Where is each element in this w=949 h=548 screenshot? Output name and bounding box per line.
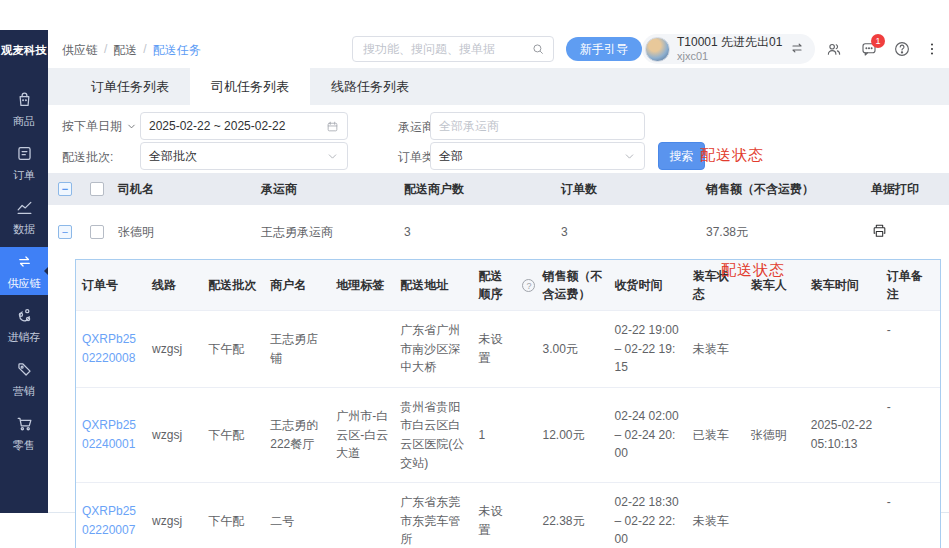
order-row: QXRPb2502220008 wzgsj 下午配 王志勇店铺 广东省广州市南沙…: [76, 311, 940, 388]
help-icon[interactable]: [893, 40, 911, 58]
col-seq: 配送顺序: [472, 260, 516, 311]
order-type-select[interactable]: 全部: [430, 142, 645, 170]
bag-icon: [15, 90, 34, 111]
tab-order-task-list[interactable]: 订单任务列表: [70, 68, 190, 105]
sidebar-item-label: 进销存: [8, 330, 41, 345]
chart-icon: [15, 198, 34, 219]
collapse-all-toggle[interactable]: −: [58, 182, 72, 196]
sidebar-item-orders[interactable]: 订单: [0, 136, 48, 190]
logo: 观麦科技: [0, 30, 48, 70]
sales-amount: 37.38元: [700, 205, 865, 259]
sidebar: 观麦科技 商品 订单 数据 供应链: [0, 30, 48, 513]
switch-account-icon[interactable]: [789, 40, 805, 59]
date-range-value: 2025-02-22 ~ 2025-02-22: [149, 119, 326, 133]
tab-route-task-list[interactable]: 线路任务列表: [310, 68, 430, 105]
col-remark: 订单备注: [881, 260, 940, 311]
user-name: T10001 先进先出01: [677, 36, 782, 50]
breadcrumb-item[interactable]: 配送: [113, 42, 137, 59]
driver-table: − 司机名 承运商 配送商户数 订单数 销售额（不含运费） 单据打印 −: [48, 173, 949, 259]
more-menu-icon[interactable]: [923, 40, 941, 58]
order-number-link[interactable]: QXRPb2502240001: [82, 418, 136, 451]
load-status: 未装车: [687, 311, 745, 388]
order-row: QXRPb2502220007 wzgsj 下午配 二号 广东省东莞市东莞车管所…: [76, 483, 940, 548]
avatar: [645, 37, 670, 62]
select-all-checkbox[interactable]: [90, 182, 104, 196]
col-order-no: 订单号: [76, 260, 146, 311]
breadcrumb-separator: /: [143, 42, 146, 59]
order-icon: [15, 144, 34, 165]
sales: 3.00元: [536, 311, 608, 388]
date-range-input[interactable]: 2025-02-22 ~ 2025-02-22: [140, 112, 348, 140]
batch-label: 配送批次:: [62, 149, 113, 166]
guide-button[interactable]: 新手引导: [566, 37, 642, 61]
batch-select[interactable]: 全部批次: [140, 142, 348, 170]
order-number-link[interactable]: QXRPb2502220008: [82, 332, 136, 365]
collapse-row-toggle[interactable]: −: [58, 225, 72, 239]
remark: -: [881, 483, 940, 548]
merchant: 二号: [264, 483, 330, 548]
seq-help-icon[interactable]: ?: [522, 279, 535, 292]
carrier-name: 王志勇承运商: [255, 205, 398, 259]
sales: 22.38元: [536, 483, 608, 548]
geo-tag: [330, 311, 394, 388]
column-header-order-count: 订单数: [555, 173, 700, 205]
sidebar-item-label: 商品: [13, 114, 35, 129]
col-geo-tag: 地理标签: [330, 260, 394, 311]
breadcrumb-item[interactable]: 供应链: [62, 42, 98, 59]
inventory-icon: [15, 306, 34, 327]
sidebar-item-supply-chain[interactable]: 供应链: [0, 247, 48, 295]
sidebar-item-retail[interactable]: 零售: [0, 406, 48, 460]
chevron-down-icon: [623, 150, 636, 163]
col-address: 配送地址: [394, 260, 472, 311]
user-pill[interactable]: T10001 先进先出01 xjxc01: [642, 34, 815, 64]
col-receive-time: 收货时间: [609, 260, 687, 311]
sidebar-item-inventory[interactable]: 进销存: [0, 298, 48, 352]
print-button[interactable]: [871, 222, 888, 242]
receive-time: 02-24 02:00 – 02-24 20:00: [609, 387, 687, 482]
messages-icon[interactable]: 1: [860, 40, 878, 58]
annotation-delivery-status: 配送状态: [700, 146, 764, 165]
load-time: [805, 483, 881, 548]
tab-driver-task-list[interactable]: 司机任务列表: [190, 68, 310, 105]
breadcrumb: 供应链 / 配送 / 配送任务: [62, 42, 201, 59]
row-checkbox[interactable]: [90, 225, 104, 239]
printer-icon: [871, 222, 888, 239]
geo-tag: 广州市-白云区-白云大道: [330, 387, 394, 482]
column-header-driver: 司机名: [112, 173, 255, 205]
column-header-print: 单据打印: [865, 173, 949, 205]
sidebar-nav: 商品 订单 数据 供应链 进销存: [0, 82, 48, 460]
seq: 未设置: [472, 483, 516, 548]
order-count: 3: [555, 205, 700, 259]
driver-name: 张德明: [112, 205, 255, 259]
search-input[interactable]: [353, 42, 531, 56]
sidebar-item-marketing[interactable]: 营销: [0, 352, 48, 406]
carrier-input[interactable]: [439, 119, 636, 133]
merchant: 王志勇店铺: [264, 311, 330, 388]
contacts-icon[interactable]: [825, 40, 843, 58]
batch: 下午配: [202, 483, 264, 548]
order-table-header-row: 订单号 线路 配送批次 商户名 地理标签 配送地址 配送顺序 ? 销售额（不含运…: [76, 260, 940, 311]
breadcrumb-current: 配送任务: [153, 42, 201, 59]
batch-value: 全部批次: [149, 148, 326, 165]
sales: 12.00元: [536, 387, 608, 482]
date-type-dropdown[interactable]: 按下单日期: [62, 118, 137, 135]
order-table: 订单号 线路 配送批次 商户名 地理标签 配送地址 配送顺序 ? 销售额（不含运…: [76, 260, 940, 548]
search-icon[interactable]: [531, 42, 545, 56]
sidebar-item-label: 订单: [13, 168, 35, 183]
loader: [745, 311, 805, 388]
line: wzgsj: [146, 387, 202, 482]
sidebar-item-label: 零售: [13, 438, 35, 453]
col-line: 线路: [146, 260, 202, 311]
merchant: 王志勇的222餐厅: [264, 387, 330, 482]
order-number-link[interactable]: QXRPb2502220007: [82, 504, 136, 537]
carrier-field: [430, 112, 645, 140]
supply-chain-icon: [15, 252, 34, 273]
search-button[interactable]: 搜索: [658, 142, 705, 170]
sidebar-item-data[interactable]: 数据: [0, 190, 48, 244]
order-detail-panel: 配送状态 订单号 线路 配送批次 商户名 地理标签 配送地址 配送顺序: [75, 259, 941, 548]
message-badge: 1: [871, 34, 885, 48]
driver-table-row: − 张德明 王志勇承运商 3 3 37.38元: [48, 205, 949, 259]
tabbar: 订单任务列表 司机任务列表 线路任务列表: [48, 68, 949, 105]
global-search: [352, 36, 554, 62]
sidebar-item-products[interactable]: 商品: [0, 82, 48, 136]
